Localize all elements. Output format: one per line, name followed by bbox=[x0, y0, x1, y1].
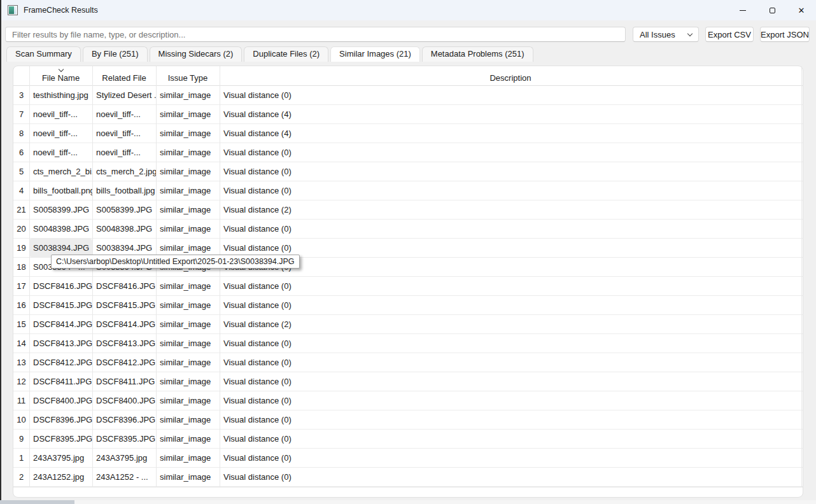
tab-metadata-problems[interactable]: Metadata Problems (251) bbox=[422, 46, 533, 62]
cell-description: Visual distance (0) bbox=[220, 162, 801, 181]
table-row[interactable]: 1243A3795.jpg243A3795.jpgsimilar_imageVi… bbox=[13, 449, 803, 468]
cell-related-file: DSCF8415.JPG bbox=[92, 296, 156, 314]
tab-duplicate-files[interactable]: Duplicate Files (2) bbox=[244, 46, 328, 62]
cell-description: Visual distance (0) bbox=[220, 220, 801, 238]
cell-related-file: DSCF8400.JPG bbox=[92, 391, 156, 410]
minimize-icon bbox=[740, 10, 746, 11]
cell-related-file: DSCF8412.JPG bbox=[92, 353, 156, 372]
issue-filter-dropdown[interactable]: All Issues bbox=[633, 27, 699, 42]
cell-file-name: testhisthing.jpg bbox=[29, 86, 92, 104]
table-row[interactable]: 15DSCF8414.JPGDSCF8414.JPGsimilar_imageV… bbox=[13, 315, 803, 334]
cell-row-number: 19 bbox=[13, 239, 29, 257]
table-row[interactable]: 10DSCF8396.JPGDSCF8396.JPGsimilar_imageV… bbox=[13, 410, 803, 430]
export-json-button[interactable]: Export JSON bbox=[760, 27, 810, 42]
cell-row-number: 4 bbox=[13, 181, 29, 200]
cell-file-name: S0048398.JPG bbox=[29, 220, 92, 238]
cell-issue-type: similar_image bbox=[156, 162, 220, 181]
table-row[interactable]: 12DSCF8411.JPGDSCF8411.JPGsimilar_imageV… bbox=[13, 372, 803, 391]
cell-file-name: DSCF8415.JPG bbox=[29, 296, 92, 314]
table-row[interactable]: 21S0058399.JPGS0058399.JPGsimilar_imageV… bbox=[13, 200, 803, 220]
desktop-strip-left bbox=[0, 500, 74, 504]
tab-by-file[interactable]: By File (251) bbox=[83, 46, 148, 62]
app-icon bbox=[8, 5, 18, 15]
cell-row-number: 5 bbox=[13, 162, 29, 181]
tab-similar-images[interactable]: Similar Images (21) bbox=[330, 46, 420, 62]
table-row[interactable]: 5cts_merch_2_bi...cts_merch_2.jpgsimilar… bbox=[13, 162, 803, 181]
maximize-button[interactable] bbox=[757, 0, 787, 20]
cell-related-file: bills_football.jpg bbox=[92, 181, 156, 200]
table-row[interactable]: 2243A1252.jpg243A1252 - ...similar_image… bbox=[13, 468, 803, 487]
cell-related-file: DSCF8411.JPG bbox=[92, 372, 156, 391]
table-row[interactable]: 4bills_football.pngbills_football.jpgsim… bbox=[13, 181, 803, 200]
table-row[interactable]: 7noevil_tiff-...noevil_tiff-...similar_i… bbox=[13, 105, 803, 124]
column-header-file-name[interactable]: File Name bbox=[29, 66, 92, 85]
window-title: FrameCheck Results bbox=[24, 6, 98, 15]
cell-related-file: DSCF8396.JPG bbox=[92, 410, 156, 429]
cell-issue-type: similar_image bbox=[156, 200, 220, 219]
filter-input[interactable] bbox=[5, 27, 626, 42]
cell-related-file: DSCF8416.JPG bbox=[92, 277, 156, 295]
cell-row-number: 14 bbox=[13, 334, 29, 353]
title-bar: FrameCheck Results ✕ bbox=[0, 0, 816, 20]
cell-description: Visual distance (4) bbox=[220, 105, 801, 123]
column-header-issue-type[interactable]: Issue Type bbox=[156, 66, 220, 85]
cell-description: Visual distance (0) bbox=[220, 468, 801, 486]
cell-row-number: 20 bbox=[13, 220, 29, 238]
cell-file-name: DSCF8412.JPG bbox=[29, 353, 92, 372]
table-row[interactable]: 16DSCF8415.JPGDSCF8415.JPGsimilar_imageV… bbox=[13, 296, 803, 315]
cell-file-name: S0058399.JPG bbox=[29, 200, 92, 219]
column-divider bbox=[92, 66, 93, 487]
cell-description: Visual distance (0) bbox=[220, 334, 801, 353]
cell-related-file: S0058399.JPG bbox=[92, 200, 156, 219]
minimize-button[interactable] bbox=[728, 0, 757, 20]
cell-row-number: 16 bbox=[13, 296, 29, 314]
close-button[interactable]: ✕ bbox=[787, 0, 816, 20]
table-row[interactable]: 17DSCF8416.JPGDSCF8416.JPGsimilar_imageV… bbox=[13, 277, 803, 296]
cell-description: Visual distance (0) bbox=[220, 430, 801, 448]
cell-file-name: noevil_tiff-... bbox=[29, 143, 92, 162]
cell-issue-type: similar_image bbox=[156, 277, 220, 295]
file-path-tooltip: C:\Users\arbop\Desktop\Untitled Export\2… bbox=[51, 255, 300, 269]
table-row[interactable]: 13DSCF8412.JPGDSCF8412.JPGsimilar_imageV… bbox=[13, 353, 803, 372]
table-row[interactable]: 9DSCF8395.JPGDSCF8395.JPGsimilar_imageVi… bbox=[13, 430, 803, 449]
cell-row-number: 13 bbox=[13, 353, 29, 372]
cell-row-number: 18 bbox=[13, 258, 29, 276]
cell-description: Visual distance (0) bbox=[220, 258, 801, 276]
cell-file-name: DSCF8414.JPG bbox=[29, 315, 92, 333]
caption-buttons: ✕ bbox=[728, 0, 816, 20]
desktop-strip-right bbox=[74, 500, 816, 504]
cell-file-name: DSCF8400.JPG bbox=[29, 391, 92, 410]
cell-issue-type: similar_image bbox=[156, 353, 220, 372]
cell-description: Visual distance (0) bbox=[220, 239, 801, 257]
column-divider bbox=[801, 66, 802, 487]
cell-related-file: DSCF8413.JPG bbox=[92, 334, 156, 353]
cell-row-number: 8 bbox=[13, 124, 29, 143]
cell-issue-type: similar_image bbox=[156, 86, 220, 104]
table-row[interactable]: 11DSCF8400.JPGDSCF8400.JPGsimilar_imageV… bbox=[13, 391, 803, 410]
cell-file-name: bills_football.png bbox=[29, 181, 92, 200]
cell-issue-type: similar_image bbox=[156, 181, 220, 200]
table-row[interactable]: 3testhisthing.jpgStylized Desert ...simi… bbox=[13, 86, 803, 105]
table-row[interactable]: 6noevil_tiff-...noevil_tiff-...similar_i… bbox=[13, 143, 803, 162]
cell-row-number: 11 bbox=[13, 391, 29, 410]
cell-description: Visual distance (0) bbox=[220, 449, 801, 467]
column-header-description[interactable]: Description bbox=[220, 66, 801, 85]
tab-missing-sidecars[interactable]: Missing Sidecars (2) bbox=[150, 46, 243, 62]
cell-issue-type: similar_image bbox=[156, 449, 220, 467]
table-row[interactable]: 8noevil_tiff-...noevil_tiff-...similar_i… bbox=[13, 124, 803, 143]
cell-issue-type: similar_image bbox=[156, 124, 220, 143]
table-bottom-border bbox=[13, 487, 803, 487]
cell-issue-type: similar_image bbox=[156, 391, 220, 410]
cell-file-name: DSCF8413.JPG bbox=[29, 334, 92, 353]
cell-row-number: 3 bbox=[13, 86, 29, 104]
table-row[interactable]: 20S0048398.JPGS0048398.JPGsimilar_imageV… bbox=[13, 220, 803, 239]
cell-description: Visual distance (0) bbox=[220, 86, 801, 104]
tab-scan-summary[interactable]: Scan Summary bbox=[6, 46, 81, 62]
export-csv-button[interactable]: Export CSV bbox=[705, 27, 754, 42]
table-row[interactable]: 14DSCF8413.JPGDSCF8413.JPGsimilar_imageV… bbox=[13, 334, 803, 353]
cell-issue-type: similar_image bbox=[156, 105, 220, 123]
column-header-related-file[interactable]: Related File bbox=[92, 66, 156, 85]
cell-related-file: noevil_tiff-... bbox=[92, 143, 156, 162]
cell-description: Visual distance (0) bbox=[220, 410, 801, 429]
background-window-edge bbox=[0, 0, 1, 500]
